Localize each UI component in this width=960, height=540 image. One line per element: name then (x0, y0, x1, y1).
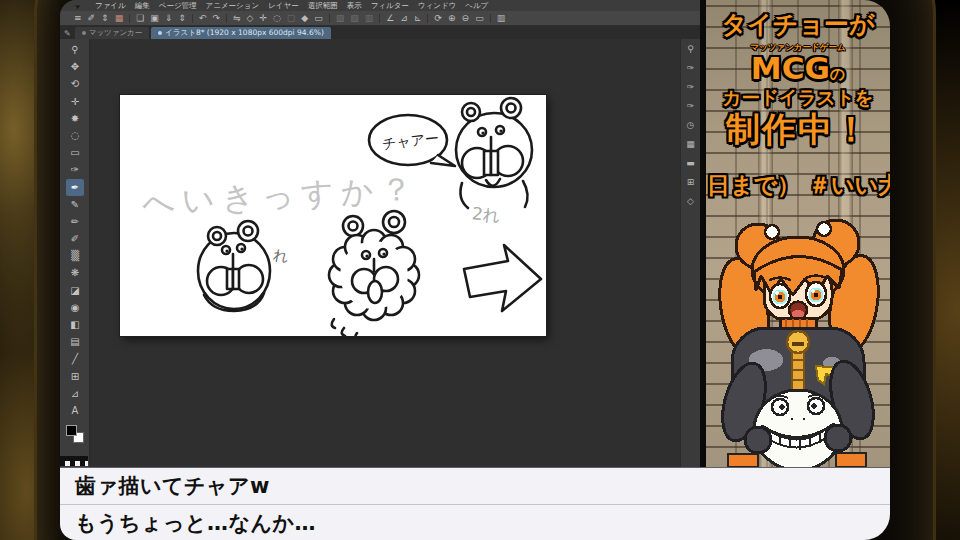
object-tool[interactable]: ✸ (66, 110, 84, 127)
toolbar-separator (427, 14, 428, 23)
rotate-view-icon[interactable]: ⟳ (434, 11, 442, 25)
title-line-2: MCGの (706, 53, 890, 84)
doodle-arrow (464, 245, 541, 311)
menu-file[interactable]: ファイル (95, 1, 126, 11)
color-bar-icon[interactable]: ▬ (686, 158, 695, 168)
quick-access-icon[interactable]: ✑ (687, 63, 695, 73)
fit-view-icon[interactable]: ▭ (475, 11, 484, 25)
undo-icon[interactable]: ↶ (199, 11, 207, 25)
main-menu-icon[interactable]: ≡ (74, 11, 82, 25)
drawing-canvas[interactable]: チャアー へいきっすか？ 2れ れ (120, 95, 546, 336)
document-tab-matsuzan[interactable]: マッツァンカー (75, 27, 150, 39)
toolbar-separator (192, 14, 193, 23)
menu-layer[interactable]: レイヤー (268, 1, 299, 11)
stream-title: タイチョーが マッツァンカードゲーム MCGの カードイラストを 制作中！ (706, 12, 890, 146)
main-color-swatch[interactable] (66, 425, 77, 436)
color-set-icon[interactable]: ▦ (686, 139, 695, 149)
gradient-tool[interactable]: ▤ (66, 333, 84, 350)
grid-a-icon[interactable]: ▧ (336, 11, 345, 25)
title-line-3: カードイラストを (706, 89, 890, 108)
history-icon[interactable]: ◷ (687, 120, 695, 130)
mesh-transform-icon[interactable]: ◇ (246, 11, 253, 25)
eraser-tool[interactable]: ◪ (66, 282, 84, 299)
snap-special-icon[interactable]: ⊿ (400, 11, 408, 25)
fill-bucket-tool[interactable]: ◧ (66, 316, 84, 333)
menu-help[interactable]: ヘルプ (465, 1, 488, 11)
tab-edit-icon: ✎ (64, 29, 71, 38)
grid-b-icon[interactable]: ▨ (350, 11, 359, 25)
document-tab-bar: ✎ マッツァンカー イラスト8* (1920 x 1080px 600dpi 9… (60, 26, 700, 39)
select-circle-icon[interactable]: ◌ (273, 11, 281, 25)
tab-label: マッツァンカー (89, 28, 143, 38)
title-line-4: 制作中！ (706, 112, 890, 146)
zoom-in-icon[interactable]: ⊕ (448, 11, 456, 25)
tab-label: イラスト8* (1920 x 1080px 600dpi 94.6%) (165, 28, 324, 38)
pen-tool[interactable]: ✒ (66, 179, 84, 196)
menu-animation[interactable]: アニメーション (206, 1, 260, 11)
title-mcg: MCG (751, 50, 830, 86)
subtool-icon[interactable]: ✑ (687, 82, 695, 92)
brush-tool[interactable]: ✐ (66, 230, 84, 247)
lasso-tool[interactable]: ◌ (66, 127, 84, 144)
pixel-character (706, 210, 890, 467)
snap-grid-icon[interactable]: ⊾ (414, 11, 422, 25)
crop-icon[interactable]: ▭ (314, 11, 323, 25)
ticker-text: 日まで） ＃いい大人達の (706, 170, 890, 201)
tablet-screen: ➤ ファイル 編集 ページ管理 アニメーション レイヤー 選択範囲 表示 フィル… (60, 0, 890, 540)
airbrush-tool[interactable]: ▒ (66, 247, 84, 264)
fill-tool-icon[interactable]: ◆ (301, 11, 308, 25)
move-tool[interactable]: ✛ (66, 93, 84, 110)
open-file-icon[interactable]: ▣ (150, 11, 159, 25)
text-tool[interactable]: A (66, 402, 84, 419)
tool-list: ⚲ ✥ ⟲ ✛ ✸ ◌ ▭ ✑ ✒ ✎ ✏ ✐ ▒ ❋ ◪ ◉ ◧ ▤ ╱ ⊞ (60, 41, 90, 419)
doodle-fluffy-hamster (329, 211, 419, 336)
ruler-tool[interactable]: ⊿ (66, 385, 84, 402)
menu-view[interactable]: 表示 (347, 1, 362, 11)
navigator-icon[interactable]: ⚲ (687, 44, 694, 54)
note-left: れ (272, 246, 290, 266)
doodle-hamster-top-right (456, 98, 532, 208)
deselect-icon[interactable]: ▢ (287, 11, 296, 25)
workspace-panel-icon[interactable]: ▥ (497, 11, 506, 25)
marquee-tool[interactable]: ▭ (66, 144, 84, 161)
blend-tool[interactable]: ◉ (66, 299, 84, 316)
command-bar: ≡ ✐ ⇕ ▦ ❏ ▣ ⇓ ⇕ ↶ ↷ ⇋ ◇ ✛ ◌ ▢ ◆ ▭ ▧ ▨ ▥ … (60, 11, 700, 26)
comment-line-1: 歯ァ描いてチャアw (60, 468, 890, 504)
hand-tool[interactable]: ✥ (66, 58, 84, 75)
move-layer-icon[interactable]: ✛ (259, 11, 267, 25)
eyedropper-tool[interactable]: ✑ (66, 161, 84, 178)
document-tab-illust8[interactable]: イラスト8* (1920 x 1080px 600dpi 94.6%) (151, 27, 331, 39)
menu-window[interactable]: ウィンドウ (418, 1, 456, 11)
material-palette-icon[interactable]: ◇ (687, 196, 694, 206)
transparent-color-swatch[interactable] (60, 456, 88, 466)
flip-horizontal-icon[interactable]: ⇋ (233, 11, 241, 25)
figure-tool[interactable]: ╱ (66, 350, 84, 367)
export-icon[interactable]: ⇕ (178, 11, 186, 25)
toolbar-separator (226, 14, 227, 23)
edit-transform-icon[interactable]: ✐ (88, 11, 96, 25)
material-icon[interactable]: ▦ (115, 11, 124, 25)
redo-icon[interactable]: ↷ (212, 11, 220, 25)
grid-c-icon[interactable]: ▥ (365, 11, 374, 25)
menu-filter[interactable]: フィルター (371, 1, 409, 11)
expand-icon[interactable]: ⇕ (101, 11, 109, 25)
decoration-tool[interactable]: ❋ (66, 264, 84, 281)
zoom-out-icon[interactable]: ⊖ (462, 11, 470, 25)
tool-palette: ⚲ ✥ ⟲ ✛ ✸ ◌ ▭ ✑ ✒ ✎ ✏ ✐ ▒ ❋ ◪ ◉ ◧ ▤ ╱ ⊞ (60, 39, 90, 467)
menu-edit[interactable]: 編集 (135, 1, 150, 11)
canvas-doodles: チャアー へいきっすか？ 2れ れ (120, 95, 546, 336)
marker-tool[interactable]: ✎ (66, 196, 84, 213)
pencil-tool[interactable]: ✏ (66, 213, 84, 230)
snap-ruler-icon[interactable]: ∠ (386, 11, 394, 25)
menu-selection[interactable]: 選択範囲 (308, 1, 338, 11)
save-file-icon[interactable]: ⇓ (165, 11, 173, 25)
menu-page[interactable]: ページ管理 (159, 1, 197, 11)
layer-palette-icon[interactable]: ⊞ (687, 177, 695, 187)
new-file-icon[interactable]: ❏ (136, 11, 144, 25)
frame-tool[interactable]: ⊞ (66, 368, 84, 385)
toolbar-separator (490, 14, 491, 23)
tool-property-icon[interactable]: ✑ (687, 101, 695, 111)
zoom-tool[interactable]: ⚲ (66, 41, 84, 58)
toolbar-separator (129, 14, 130, 23)
rotate-canvas-tool[interactable]: ⟲ (66, 75, 84, 92)
